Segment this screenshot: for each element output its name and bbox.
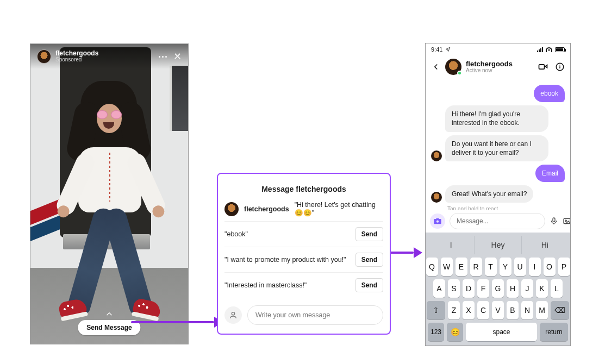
info-icon[interactable]: [555, 62, 565, 72]
status-time: 9:41: [431, 46, 442, 53]
key[interactable]: G: [492, 279, 504, 298]
suggestion[interactable]: Hey: [474, 236, 521, 254]
mic-icon[interactable]: [550, 217, 558, 225]
suggestion[interactable]: Hi: [521, 236, 568, 254]
key[interactable]: E: [456, 258, 467, 276]
dm-input-bar: [426, 210, 570, 233]
sheet-greeting: "Hi there! Let's get chatting 😊😊": [295, 201, 383, 217]
quick-reply-row: "I want to promote my product with you!"…: [224, 247, 383, 272]
key[interactable]: Q: [426, 258, 438, 276]
svg-point-5: [436, 221, 439, 223]
message-row: Do you want it here or can I deliver it …: [431, 135, 565, 161]
reaction-hint: Tap and hold to react: [447, 206, 565, 210]
compose-input[interactable]: [247, 305, 383, 325]
story-avatar[interactable]: [37, 49, 51, 64]
story-user-block[interactable]: fletchergoods Sponsored: [55, 50, 98, 62]
key-numbers[interactable]: 123: [428, 323, 444, 341]
message-avatar[interactable]: [431, 150, 442, 161]
illustration-person: [73, 82, 149, 321]
key[interactable]: I: [529, 258, 541, 276]
key[interactable]: W: [441, 258, 453, 276]
illustration-window: [170, 66, 188, 131]
story-header: fletchergoods Sponsored ✕: [30, 44, 188, 69]
keyboard-row: 123 😊 space return: [428, 323, 568, 341]
chevron-up-icon[interactable]: [104, 309, 114, 319]
dm-avatar[interactable]: [445, 59, 461, 75]
message-bubble-received[interactable]: Do you want it here or can I deliver it …: [445, 135, 548, 161]
svg-rect-1: [539, 65, 545, 69]
dm-message-input[interactable]: [450, 213, 545, 229]
quick-reply-send-button[interactable]: Send: [355, 227, 383, 241]
compose-row: [224, 305, 383, 325]
battery-icon: [555, 47, 565, 52]
key[interactable]: B: [507, 301, 519, 319]
message-bubble-received[interactable]: Hi there! I'm glad you're interested in …: [445, 105, 548, 131]
keyboard-row: Q W E R T Y U I O P: [428, 258, 568, 276]
key[interactable]: D: [463, 279, 475, 298]
quick-reply-text: "Interested in masterclass!": [224, 281, 307, 289]
video-icon[interactable]: [538, 61, 548, 72]
sheet-greeting-row: fletchergoods "Hi there! Let's get chatt…: [224, 201, 383, 217]
key[interactable]: X: [463, 301, 475, 319]
sheet-avatar[interactable]: [224, 202, 239, 216]
key[interactable]: L: [551, 279, 563, 298]
camera-icon[interactable]: [430, 214, 445, 229]
message-row: ebook: [431, 85, 565, 102]
quick-reply-send-button[interactable]: Send: [355, 253, 383, 267]
keyboard-row: A S D F G H J K L: [428, 279, 568, 298]
message-thread[interactable]: ebook Hi there! I'm glad you're interest…: [426, 78, 570, 210]
message-avatar[interactable]: [431, 192, 442, 203]
key[interactable]: N: [521, 301, 533, 319]
chevron-left-icon[interactable]: [431, 62, 441, 72]
key[interactable]: P: [558, 258, 570, 276]
key-emoji[interactable]: 😊: [447, 323, 463, 341]
key-return[interactable]: return: [540, 323, 568, 341]
key[interactable]: V: [492, 301, 504, 319]
key-backspace[interactable]: ⌫: [551, 301, 569, 319]
keyboard: I Hey Hi Q W E R T Y U I O P A S D F G H…: [426, 233, 570, 346]
key[interactable]: T: [485, 258, 497, 276]
sheet-username: fletchergoods: [244, 205, 289, 213]
key[interactable]: A: [433, 279, 445, 298]
key[interactable]: F: [477, 279, 489, 298]
key[interactable]: U: [514, 258, 526, 276]
keyboard-suggestions: I Hey Hi: [428, 236, 568, 254]
svg-point-4: [559, 65, 560, 66]
story-panel: fletchergoods Sponsored ✕ Send Message: [30, 43, 189, 344]
key[interactable]: K: [536, 279, 548, 298]
key-space[interactable]: space: [466, 323, 537, 341]
message-bubble-sent[interactable]: ebook: [534, 85, 565, 102]
dm-presence: Active now: [466, 68, 513, 74]
key[interactable]: S: [448, 279, 460, 298]
dm-user-block[interactable]: fletchergoods Active now: [466, 60, 513, 73]
dm-header: fletchergoods Active now: [426, 55, 570, 78]
suggestion[interactable]: I: [428, 236, 474, 254]
key[interactable]: Z: [448, 301, 460, 319]
keyboard-row: ⇧ Z X C V B N M ⌫: [428, 301, 568, 319]
key[interactable]: Y: [500, 258, 511, 276]
quick-reply-row: "Interested in masterclass!" Send: [224, 272, 383, 298]
status-bar: 9:41: [426, 43, 570, 55]
message-bubble-sent[interactable]: Email: [535, 165, 565, 182]
cell-signal-icon: [537, 47, 543, 52]
key[interactable]: C: [477, 301, 489, 319]
dm-panel: 9:41 fletchergoods Active now eb: [425, 43, 571, 346]
key[interactable]: M: [536, 301, 548, 319]
close-icon[interactable]: ✕: [173, 52, 182, 61]
dm-username: fletchergoods: [466, 60, 513, 68]
key[interactable]: O: [544, 258, 556, 276]
story-actions: ✕: [159, 52, 182, 61]
key[interactable]: J: [521, 279, 533, 298]
story-image: [30, 44, 188, 344]
quick-reply-text: "ebook": [224, 230, 248, 238]
key[interactable]: H: [507, 279, 519, 298]
quick-reply-send-button[interactable]: Send: [355, 278, 383, 292]
key[interactable]: R: [470, 258, 482, 276]
story-subtitle: Sponsored: [55, 57, 98, 63]
key-shift[interactable]: ⇧: [427, 301, 445, 319]
person-icon: [224, 306, 242, 324]
svg-point-8: [565, 220, 567, 222]
image-icon[interactable]: [563, 217, 571, 225]
more-horizontal-icon[interactable]: [159, 56, 167, 58]
message-bubble-received[interactable]: Great! What's your email?: [445, 185, 533, 203]
